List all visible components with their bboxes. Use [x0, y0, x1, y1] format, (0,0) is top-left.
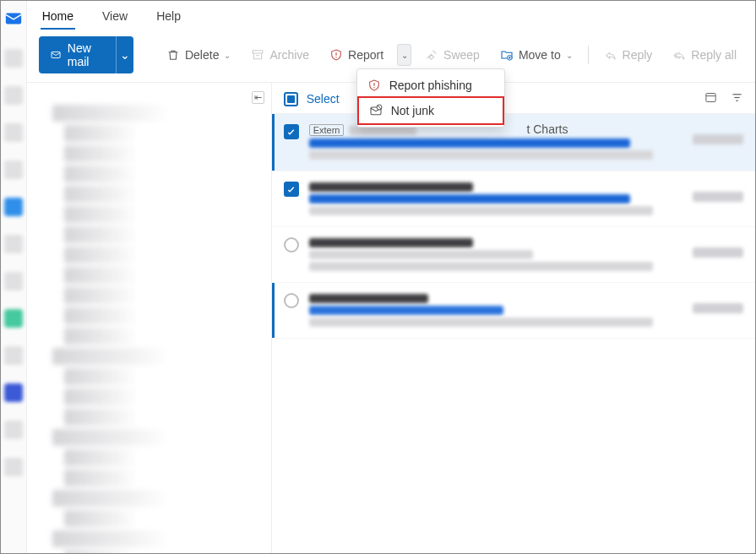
message-item[interactable]: [272, 227, 755, 283]
tab-view[interactable]: View: [101, 6, 129, 30]
mail-app-icon[interactable]: [4, 9, 23, 30]
tab-home[interactable]: Home: [41, 6, 75, 30]
new-mail-label: New mail: [68, 41, 105, 68]
new-mail-group: New mail ⌄: [39, 36, 133, 73]
rail-item[interactable]: [4, 458, 23, 476]
message-item[interactable]: [272, 283, 755, 339]
reply-button: Reply: [597, 45, 660, 65]
new-mail-caret[interactable]: ⌄: [116, 36, 133, 73]
rail-item[interactable]: [4, 160, 23, 179]
rail-item[interactable]: [4, 49, 23, 68]
menu-bar: Home View Help: [27, 1, 755, 30]
preview-icon[interactable]: [704, 91, 717, 106]
shield-alert-icon: [329, 48, 343, 62]
archive-button: Archive: [244, 45, 316, 65]
svg-rect-14: [706, 94, 715, 102]
message-checkbox[interactable]: [284, 237, 299, 253]
title-fragment: t Charts: [526, 122, 568, 136]
content-area: ⇤ Drafts 8 S: [27, 83, 755, 553]
mail-icon: [51, 48, 61, 62]
rail-item[interactable]: [4, 309, 23, 328]
svg-point-7: [373, 87, 374, 88]
message-pane: Select Externt Charts: [272, 83, 755, 553]
rail-item[interactable]: [4, 383, 23, 402]
message-checkbox[interactable]: [284, 293, 299, 308]
message-time: [693, 303, 743, 313]
message-time: [693, 192, 743, 202]
chevron-down-icon: ⌄: [224, 51, 231, 60]
new-mail-button[interactable]: New mail: [39, 36, 117, 73]
not-junk-icon: [369, 104, 383, 117]
trash-icon: [166, 48, 180, 62]
external-tag: Extern: [309, 124, 345, 136]
folder-tree-blurred: [35, 101, 264, 553]
select-label[interactable]: Select: [307, 92, 340, 106]
message-checkbox[interactable]: [284, 182, 299, 197]
report-caret[interactable]: ⌄: [397, 44, 411, 66]
not-junk-label: Not junk: [391, 104, 434, 117]
rail-item[interactable]: [4, 346, 23, 365]
chevron-down-icon: ⌄: [120, 48, 130, 62]
rail-item[interactable]: [4, 198, 23, 216]
not-junk-item[interactable]: Not junk: [357, 96, 504, 125]
reply-all-button: Reply all: [666, 45, 743, 65]
message-checkbox[interactable]: [284, 124, 299, 139]
folder-pane: ⇤ Drafts 8 S: [27, 83, 272, 553]
selection-indicator: [272, 114, 275, 171]
unread-indicator: [272, 283, 275, 338]
reply-label: Reply: [623, 48, 653, 62]
message-body: [309, 180, 683, 218]
archive-icon: [251, 48, 264, 62]
reply-icon: [604, 48, 617, 62]
message-body: [309, 291, 683, 329]
chevron-down-icon: ⌄: [401, 51, 408, 60]
report-phishing-label: Report phishing: [389, 79, 472, 92]
shield-alert-icon: [367, 79, 381, 92]
svg-rect-2: [253, 51, 263, 53]
sweep-label: Sweep: [443, 48, 480, 62]
select-all-checkbox[interactable]: [284, 92, 298, 106]
main-area: Home View Help New mail ⌄ Delete ⌄ Archi…: [27, 1, 755, 553]
rail-item[interactable]: [4, 235, 23, 253]
rail-item[interactable]: [4, 272, 23, 291]
report-dropdown: Report phishing Not junk: [356, 68, 505, 128]
delete-label: Delete: [185, 48, 219, 62]
move-to-label: Move to: [519, 48, 561, 62]
list-view-options: [704, 91, 743, 106]
folder-move-icon: [500, 48, 514, 62]
toolbar-divider: [588, 46, 589, 64]
message-body: [309, 236, 683, 274]
delete-button[interactable]: Delete ⌄: [160, 45, 237, 65]
message-item[interactable]: Externt Charts: [272, 114, 755, 171]
svg-rect-0: [6, 14, 21, 24]
select-bar: Select: [272, 83, 755, 114]
svg-point-4: [335, 57, 336, 57]
filter-icon[interactable]: [731, 91, 743, 106]
message-time: [693, 134, 743, 144]
sweep-icon: [425, 48, 438, 62]
rail-item[interactable]: [4, 123, 23, 142]
rail-item[interactable]: [4, 86, 23, 105]
message-item[interactable]: [272, 171, 755, 227]
message-list: Externt Charts: [272, 114, 755, 339]
chevron-down-icon: ⌄: [566, 51, 573, 60]
app-rail: [1, 1, 27, 553]
message-body: Externt Charts: [309, 122, 683, 162]
reply-all-icon: [672, 48, 686, 62]
report-button[interactable]: Report: [323, 45, 390, 65]
rail-item[interactable]: [4, 421, 23, 439]
message-time: [693, 247, 743, 258]
report-label: Report: [348, 48, 383, 62]
reply-all-label: Reply all: [691, 48, 737, 62]
sweep-button: Sweep: [418, 45, 487, 65]
tab-help[interactable]: Help: [155, 6, 182, 30]
report-phishing-item[interactable]: Report phishing: [357, 73, 504, 98]
archive-label: Archive: [269, 48, 309, 62]
move-to-button[interactable]: Move to ⌄: [493, 45, 579, 65]
